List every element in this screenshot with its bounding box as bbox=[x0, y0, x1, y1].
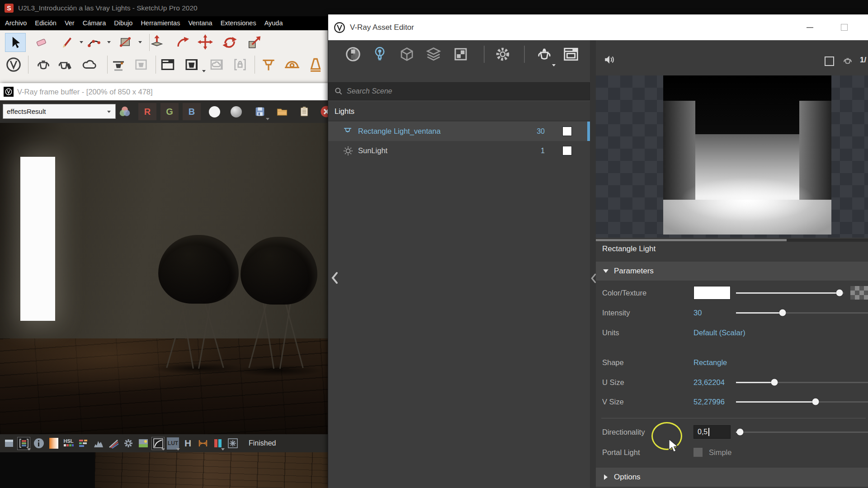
line-tool[interactable] bbox=[57, 33, 77, 51]
intensity-value[interactable]: 30 bbox=[693, 309, 702, 317]
intensity-slider[interactable] bbox=[736, 309, 868, 316]
preview-shape-button[interactable] bbox=[825, 56, 834, 66]
batch-render-button[interactable] bbox=[131, 56, 151, 74]
stereo-button[interactable] bbox=[197, 437, 209, 450]
collapse-preview-chevron-icon[interactable] bbox=[590, 273, 596, 284]
select-tool[interactable] bbox=[5, 33, 26, 52]
u-size-slider[interactable] bbox=[736, 379, 868, 386]
minimize-button[interactable] bbox=[807, 27, 813, 28]
channel-dropdown[interactable]: effectsResult bbox=[3, 104, 116, 119]
cloud-render-button[interactable] bbox=[207, 56, 226, 74]
denoiser-button[interactable] bbox=[226, 437, 239, 450]
menu-ver[interactable]: Ver bbox=[61, 16, 79, 30]
render-history-button[interactable] bbox=[182, 56, 202, 74]
offset-tool[interactable] bbox=[173, 33, 193, 51]
v-size-value[interactable]: 52,27996 bbox=[693, 398, 725, 406]
search-field[interactable]: Search Scene bbox=[328, 82, 590, 100]
units-value[interactable]: Default (Scalar) bbox=[693, 328, 745, 337]
pushpull-tool[interactable] bbox=[147, 33, 167, 51]
info-button[interactable] bbox=[33, 437, 45, 450]
render-last-button[interactable] bbox=[108, 56, 128, 74]
menu-herramientas[interactable]: Herramientas bbox=[137, 16, 184, 30]
levels-button[interactable] bbox=[92, 437, 104, 450]
tab-textures[interactable] bbox=[450, 44, 471, 65]
show-corrections-button[interactable] bbox=[3, 437, 15, 450]
menu-archivo[interactable]: Archivo bbox=[1, 16, 31, 30]
dome-light-tool[interactable] bbox=[282, 56, 302, 74]
directionality-input[interactable]: 0,5 bbox=[693, 425, 731, 439]
mono-channel-button[interactable] bbox=[231, 106, 242, 117]
light-enabled-checkbox[interactable] bbox=[562, 146, 572, 155]
rgb-source-button[interactable] bbox=[18, 437, 30, 450]
interactive-render-button[interactable] bbox=[56, 56, 75, 74]
light-enabled-checkbox[interactable] bbox=[562, 127, 572, 136]
tab-scenes[interactable] bbox=[423, 44, 444, 65]
portal-simple-checkbox[interactable] bbox=[693, 448, 703, 457]
alpha-channel-button[interactable] bbox=[209, 106, 220, 117]
lut-button[interactable]: LUT bbox=[167, 437, 179, 450]
copy-image-button[interactable] bbox=[297, 104, 312, 119]
open-framebuffer-button[interactable] bbox=[561, 44, 581, 65]
icc-button[interactable] bbox=[212, 437, 224, 450]
rectangle-tool-caret[interactable] bbox=[138, 41, 142, 43]
exposure-button[interactable] bbox=[137, 437, 149, 450]
green-channel-button[interactable]: G bbox=[160, 103, 179, 120]
light-row-sunlight[interactable]: SunLight 1 bbox=[328, 141, 590, 160]
menu-extensiones[interactable]: Extensiones bbox=[217, 16, 260, 30]
shape-value[interactable]: Rectangle bbox=[693, 358, 727, 367]
save-image-button[interactable] bbox=[252, 104, 268, 119]
rgb-channels-button[interactable] bbox=[117, 104, 133, 119]
collapse-left-chevron-icon[interactable] bbox=[331, 271, 338, 285]
panel-divider[interactable] bbox=[590, 40, 596, 488]
blue-channel-button[interactable]: B bbox=[183, 103, 201, 120]
eraser-tool[interactable] bbox=[32, 33, 52, 51]
rectangle-tool[interactable] bbox=[115, 33, 135, 51]
move-tool[interactable] bbox=[195, 33, 215, 51]
lock-scene-button[interactable] bbox=[230, 56, 250, 74]
open-image-button[interactable] bbox=[274, 104, 290, 119]
menu-ayuda[interactable]: Ayuda bbox=[260, 16, 287, 30]
vray-asset-editor-button[interactable] bbox=[4, 56, 24, 74]
tab-geometry[interactable] bbox=[396, 44, 417, 65]
vfb-titlebar[interactable]: V-Ray frame buffer - [200% of 850 x 478] bbox=[0, 83, 344, 101]
preview-scrollbar[interactable] bbox=[596, 239, 868, 242]
tab-lights[interactable] bbox=[369, 44, 390, 65]
color-multiplier-slider[interactable] bbox=[736, 289, 844, 296]
render-options-caret[interactable] bbox=[552, 64, 556, 66]
render-with-vray-button[interactable] bbox=[534, 44, 555, 65]
render-history-caret[interactable] bbox=[202, 70, 206, 72]
menu-ventana[interactable]: Ventana bbox=[184, 16, 216, 30]
line-tool-caret[interactable] bbox=[80, 41, 83, 43]
color-swatch[interactable] bbox=[693, 286, 731, 300]
tab-materials[interactable] bbox=[343, 44, 363, 65]
history-thumbnail[interactable] bbox=[95, 452, 344, 488]
preview-teapot-button[interactable] bbox=[840, 54, 855, 67]
force-clamp-button[interactable] bbox=[47, 437, 60, 450]
asset-editor-titlebar[interactable]: V-Ray Asset Editor bbox=[328, 14, 868, 40]
red-channel-button[interactable]: R bbox=[138, 103, 156, 120]
menu-dibujo[interactable]: Dibujo bbox=[110, 16, 137, 30]
settings-button[interactable] bbox=[492, 44, 513, 65]
scale-tool[interactable] bbox=[244, 33, 264, 51]
hsl-correction-button[interactable]: HSL bbox=[62, 437, 75, 450]
directionality-slider[interactable] bbox=[736, 428, 868, 436]
maximize-button[interactable] bbox=[841, 24, 848, 31]
white-balance-button[interactable] bbox=[122, 437, 134, 450]
v-size-slider[interactable] bbox=[736, 398, 868, 405]
parameters-section-header[interactable]: Parameters bbox=[596, 262, 868, 281]
color-balance-button[interactable] bbox=[77, 437, 90, 450]
chaos-cloud-button[interactable] bbox=[80, 56, 99, 74]
curves-button[interactable] bbox=[152, 437, 164, 450]
arc-tool[interactable] bbox=[84, 33, 104, 51]
framebuffer-button[interactable] bbox=[158, 56, 178, 74]
rect-light-tool[interactable] bbox=[259, 56, 278, 74]
menu-edicion[interactable]: Edición bbox=[31, 16, 61, 30]
render-button[interactable] bbox=[33, 56, 53, 74]
lights-category-header[interactable]: Lights bbox=[328, 102, 590, 121]
menu-camara[interactable]: Cámara bbox=[79, 16, 110, 30]
curve-balance-button[interactable] bbox=[107, 437, 119, 450]
preview-toggle-button[interactable] bbox=[601, 53, 618, 66]
options-section-header[interactable]: Options bbox=[596, 468, 868, 487]
light-row-rectangle[interactable]: Rectangle Light_ventana 30 bbox=[328, 122, 590, 141]
texture-slot[interactable] bbox=[850, 286, 868, 300]
